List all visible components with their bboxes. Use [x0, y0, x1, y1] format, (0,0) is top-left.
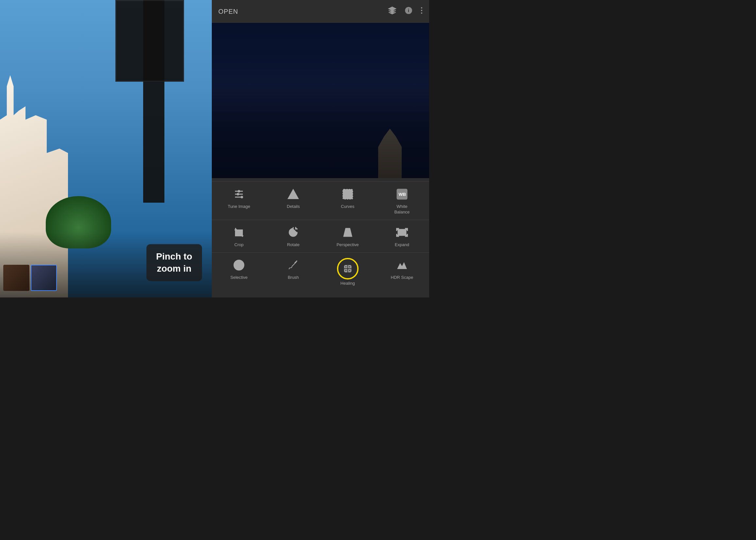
svg-point-4: [421, 12, 422, 14]
divider-mid: [212, 220, 429, 220]
tool-hdr-scape[interactable]: HDR Scape: [375, 253, 429, 291]
expand-label: Expand: [395, 242, 409, 248]
svg-marker-14: [288, 190, 298, 199]
svg-point-37: [349, 270, 350, 271]
svg-point-36: [345, 270, 346, 271]
tool-rotate[interactable]: Rotate: [266, 221, 320, 252]
hdr-scape-label: HDR Scape: [391, 275, 414, 280]
svg-rect-18: [237, 231, 242, 236]
tool-perspective[interactable]: Perspective: [320, 221, 375, 252]
layers-icon[interactable]: [388, 6, 397, 17]
tool-curves[interactable]: Curves: [320, 183, 375, 220]
rotate-icon: [286, 225, 301, 240]
crop-label: Crop: [234, 242, 243, 248]
svg-point-35: [349, 266, 350, 267]
tune-image-icon: [232, 187, 246, 202]
tower-platform: [115, 0, 184, 82]
tool-tune-image[interactable]: Tune Image: [212, 183, 266, 220]
svg-text:WB: WB: [398, 192, 406, 197]
details-icon: [286, 187, 301, 202]
edit-panel: OPEN i: [212, 0, 429, 298]
tool-brush[interactable]: Brush: [266, 253, 320, 291]
header: OPEN i: [212, 0, 429, 23]
tool-healing[interactable]: Healing: [320, 253, 375, 291]
tools-row-3: Selective Brush: [212, 253, 429, 291]
curves-icon: [340, 187, 355, 202]
svg-point-10: [237, 193, 239, 196]
thumbnail-strip: [3, 265, 57, 291]
tool-selective[interactable]: Selective: [212, 253, 266, 291]
brush-label: Brush: [288, 275, 299, 280]
preview-area: [212, 23, 429, 178]
svg-point-13: [241, 196, 243, 199]
tool-expand[interactable]: Expand: [375, 221, 429, 252]
rotate-label: Rotate: [287, 242, 300, 248]
svg-text:i: i: [408, 8, 409, 13]
details-label: Details: [287, 204, 300, 209]
overflow-icon[interactable]: [421, 6, 423, 17]
svg-marker-38: [397, 262, 407, 269]
svg-rect-23: [398, 229, 406, 235]
svg-point-2: [421, 7, 422, 9]
divider-top: [212, 182, 429, 182]
selective-label: Selective: [230, 275, 248, 280]
thumbnail-2[interactable]: [31, 265, 57, 291]
healing-label: Healing: [340, 281, 355, 286]
header-icons: i: [388, 6, 423, 17]
tools-row-2: Crop Rotate: [212, 221, 429, 252]
info-icon[interactable]: i: [404, 6, 413, 17]
preview-overlay: [212, 23, 429, 178]
svg-point-25: [238, 264, 241, 267]
healing-icon: [337, 258, 359, 280]
preview-image: [212, 23, 429, 178]
tools-area: Tune Image Details Cu: [212, 178, 429, 298]
zoom-hint-text: Pinch to zoom in: [156, 251, 192, 275]
zoom-hint-box: Pinch to zoom in: [146, 244, 202, 281]
tool-crop[interactable]: Crop: [212, 221, 266, 252]
photo-background: Pinch to zoom in: [0, 0, 212, 298]
brush-icon: [286, 258, 301, 272]
tune-image-label: Tune Image: [228, 204, 250, 209]
selective-icon: [232, 258, 246, 272]
tools-row-1: Tune Image Details Cu: [212, 183, 429, 220]
perspective-icon: [340, 225, 355, 240]
divider-bot: [212, 252, 429, 253]
crop-icon: [232, 225, 246, 240]
expand-icon: [395, 225, 409, 240]
curves-label: Curves: [341, 204, 354, 209]
open-button[interactable]: OPEN: [218, 8, 238, 15]
white-balance-icon: WB: [395, 187, 409, 202]
svg-point-3: [421, 10, 422, 11]
svg-point-34: [345, 266, 346, 267]
perspective-label: Perspective: [337, 242, 359, 248]
svg-point-7: [238, 190, 240, 193]
hdr-scape-icon: [395, 258, 409, 272]
thumbnail-1[interactable]: [3, 265, 29, 291]
white-balance-label: White Balance: [394, 204, 410, 215]
tool-white-balance[interactable]: WB White Balance: [375, 183, 429, 220]
tool-details[interactable]: Details: [266, 183, 320, 220]
photo-panel: Pinch to zoom in: [0, 0, 212, 298]
